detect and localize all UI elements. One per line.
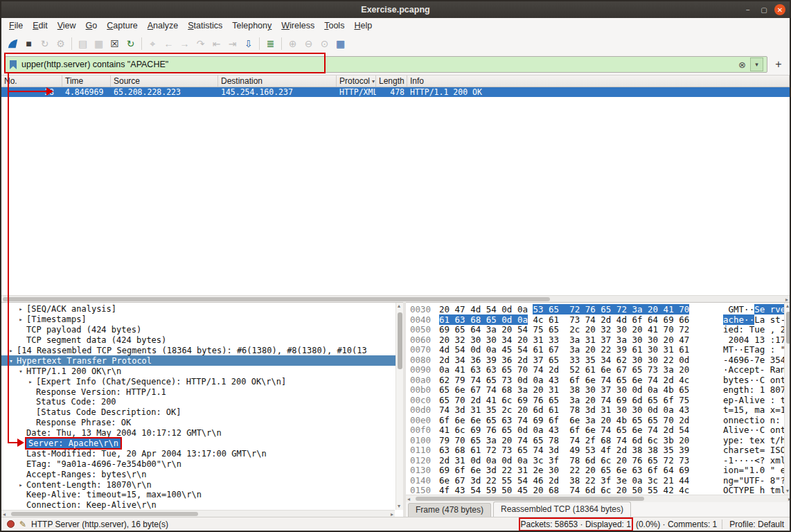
minimize-button[interactable]: − xyxy=(743,4,754,15)
tree-row[interactable]: Keep-Alive: timeout=15, max=100\r\n xyxy=(1,490,403,500)
expand-icon[interactable]: ▸ xyxy=(15,481,26,488)
tree-row[interactable]: Response Version: HTTP/1.1 xyxy=(1,387,403,397)
add-filter-button[interactable]: + xyxy=(771,57,786,72)
byte-view-tab[interactable]: Reassembled TCP (18364 bytes) xyxy=(493,502,631,517)
stop-capture-icon[interactable]: ■ xyxy=(21,37,36,51)
start-capture-icon[interactable] xyxy=(6,37,20,51)
tree-row[interactable]: Last-Modified: Tue, 20 Apr 2004 13:17:00… xyxy=(1,448,403,459)
profile-label[interactable]: Profile: Default xyxy=(722,520,784,529)
collapse-icon[interactable]: ▾ xyxy=(15,368,26,375)
tree-row[interactable]: Response Phrase: OK xyxy=(1,418,403,428)
tree-row[interactable]: TCP payload (424 bytes) xyxy=(1,325,403,335)
scroll-down-icon[interactable]: ▾ xyxy=(398,503,400,510)
tree-row[interactable]: ▸[14 Reassembled TCP Segments (18364 byt… xyxy=(1,346,403,356)
hex-row[interactable]: 00a062 79 74 65 73 0d 0a 43 6f 6e 74 65 … xyxy=(406,375,791,385)
filter-dropdown-icon[interactable]: ▾ xyxy=(750,57,763,71)
byte-view-tab[interactable]: Frame (478 bytes) xyxy=(408,503,491,517)
menu-edit[interactable]: Edit xyxy=(28,19,53,32)
scroll-up-icon[interactable]: ▴ xyxy=(398,303,400,310)
filter-bookmark-icon[interactable] xyxy=(9,60,17,70)
scrollbar-handle[interactable] xyxy=(3,297,550,301)
column-dropdown-icon[interactable]: ▾ xyxy=(372,78,375,85)
scroll-up-icon[interactable]: ▴ xyxy=(786,303,789,310)
resize-columns-icon[interactable]: ▦ xyxy=(333,37,348,51)
tree-row[interactable]: Server: Apache\r\n xyxy=(1,438,403,449)
hex-row[interactable]: 00900a 41 63 63 65 70 74 2d 52 61 6e 67 … xyxy=(406,364,791,375)
tree-row[interactable]: Connection: Keep-Alive\r\n xyxy=(1,500,403,511)
maximize-button[interactable]: ▢ xyxy=(758,4,770,15)
scrollbar-handle[interactable] xyxy=(11,512,198,516)
reload-file-icon[interactable]: ↻ xyxy=(123,37,138,51)
menu-wireless[interactable]: Wireless xyxy=(276,19,319,32)
display-filter-input[interactable]: upper(http.server) contains "APACHE" ⊗ ▾ xyxy=(5,56,767,73)
menu-go[interactable]: Go xyxy=(81,19,103,32)
column-header-len[interactable]: Length xyxy=(376,76,407,87)
column-header-info[interactable]: Info xyxy=(407,76,790,87)
expand-icon[interactable]: ▸ xyxy=(25,378,36,385)
tree-row[interactable]: ▸Content-Length: 18070\r\n xyxy=(1,479,403,490)
hex-row[interactable]: 005069 65 64 3a 20 54 75 65 2c 20 32 30 … xyxy=(406,324,791,335)
hex-row[interactable]: 00802d 34 36 39 36 2d 37 65 33 35 34 62 … xyxy=(406,355,791,365)
menu-telephony[interactable]: Telephony xyxy=(227,19,276,32)
hex-row[interactable]: 00d074 3d 31 35 2c 20 6d 61 78 3d 31 30 … xyxy=(406,405,791,415)
hex-row[interactable]: 00e06f 6e 6e 65 63 74 69 6f 6e 3a 20 4b … xyxy=(406,415,791,425)
menu-analyze[interactable]: Analyze xyxy=(143,19,183,32)
tree-row[interactable]: ETag: "9a01a-4696-7e354b00"\r\n xyxy=(1,459,403,469)
tree-row[interactable]: ▸[Expert Info (Chat/Sequence): HTTP/1.1 … xyxy=(1,376,403,387)
tree-row[interactable]: ▸[SEQ/ACK analysis] xyxy=(1,304,403,314)
expert-info-icon[interactable] xyxy=(7,520,15,528)
hex-row[interactable]: 006020 32 30 30 34 20 31 33 3a 31 37 3a … xyxy=(406,335,791,345)
menu-capture[interactable]: Capture xyxy=(102,19,142,32)
menu-file[interactable]: File xyxy=(4,19,28,32)
hex-row[interactable]: 01202d 31 0d 0a 0d 0a 3c 3f 78 6d 6c 20 … xyxy=(406,455,791,466)
expand-icon[interactable]: ▸ xyxy=(6,347,17,354)
clear-filter-icon[interactable]: ⊗ xyxy=(738,60,746,70)
scrollbar-handle[interactable] xyxy=(398,312,402,369)
scroll-right-icon[interactable]: ▸ xyxy=(788,496,791,503)
hex-row[interactable]: 00704d 54 0d 0a 45 54 61 67 3a 20 22 39 … xyxy=(406,344,791,355)
colorize-packets-icon[interactable]: ≣ xyxy=(263,37,278,51)
tree-row[interactable]: Accept-Ranges: bytes\r\n xyxy=(1,469,403,479)
menu-tools[interactable]: Tools xyxy=(319,19,349,32)
menu-statistics[interactable]: Statistics xyxy=(183,19,227,32)
packet-row[interactable]: 384.84696965.208.228.223145.254.160.237H… xyxy=(1,87,790,97)
auto-scroll-icon[interactable]: ⇩ xyxy=(241,37,256,51)
capture-comment-icon[interactable]: ✎ xyxy=(19,520,26,529)
hex-row[interactable]: 010079 70 65 3a 20 74 65 78 74 2f 68 74 … xyxy=(406,435,791,445)
close-file-icon[interactable]: ☒ xyxy=(107,37,122,51)
expand-icon[interactable]: ▸ xyxy=(15,316,26,323)
column-header-proto[interactable]: Protocol▾ xyxy=(337,76,376,87)
hex-row[interactable]: 00c065 70 2d 41 6c 69 76 65 3a 20 74 69 … xyxy=(406,395,791,405)
tree-row[interactable]: ▸[Timestamps] xyxy=(1,314,403,325)
packet-list-body[interactable]: 384.84696965.208.228.223145.254.160.237H… xyxy=(1,87,790,295)
collapse-icon[interactable]: ▾ xyxy=(6,357,17,364)
hex-row[interactable]: 01406e 67 3d 22 55 54 46 2d 38 22 3f 3e … xyxy=(406,475,791,486)
scroll-down-icon[interactable]: ▾ xyxy=(786,488,789,495)
menu-help[interactable]: Help xyxy=(349,19,377,32)
tree-row[interactable]: Date: Thu, 13 May 2004 10:17:12 GMT\r\n xyxy=(1,428,403,438)
hex-row[interactable]: 004061 63 68 65 0d 0a 4c 61 73 74 2d 4d … xyxy=(406,314,791,325)
expand-icon[interactable]: ▸ xyxy=(15,305,26,312)
hex-row[interactable]: 00f041 6c 69 76 65 0d 0a 43 6f 6e 74 65 … xyxy=(406,425,791,435)
hex-row[interactable]: 011063 68 61 72 73 65 74 3d 49 53 4f 2d … xyxy=(406,445,791,455)
column-header-time[interactable]: Time xyxy=(62,76,111,87)
hex-row[interactable]: 013069 6f 6e 3d 22 31 2e 30 22 20 65 6e … xyxy=(406,465,791,475)
hex-row[interactable]: 01504f 43 54 59 50 45 20 68 74 6d 6c 20 … xyxy=(406,485,791,495)
column-header-source[interactable]: Source xyxy=(111,76,218,87)
bytes-vscrollbar[interactable]: ▴ ▾ xyxy=(784,303,791,495)
title-bar[interactable]: Exercise.pcapng −▢✕ xyxy=(1,1,790,18)
tree-row[interactable]: [Status Code Description: OK] xyxy=(1,407,403,418)
column-header-dest[interactable]: Destination xyxy=(218,76,337,87)
scrollbar-handle[interactable] xyxy=(786,312,791,344)
tree-row[interactable]: TCP segment data (424 bytes) xyxy=(1,335,403,346)
hex-row[interactable]: 003020 47 4d 54 0d 0a 53 65 72 76 65 72 … xyxy=(406,304,791,314)
display-filter-text[interactable]: upper(http.server) contains "APACHE" xyxy=(21,60,734,69)
scrollbar-handle[interactable] xyxy=(416,497,644,501)
tree-row[interactable]: ▾Hypertext Transfer Protocol xyxy=(1,355,403,366)
hex-row[interactable]: 00b065 6e 67 74 68 3a 20 31 38 30 37 30 … xyxy=(406,384,791,395)
close-button[interactable]: ✕ xyxy=(774,4,785,15)
column-header-no[interactable]: No. xyxy=(1,76,62,87)
menu-view[interactable]: View xyxy=(53,19,81,32)
tree-row[interactable]: ▾HTTP/1.1 200 OK\r\n xyxy=(1,366,403,376)
tree-row[interactable]: Status Code: 200 xyxy=(1,397,403,407)
